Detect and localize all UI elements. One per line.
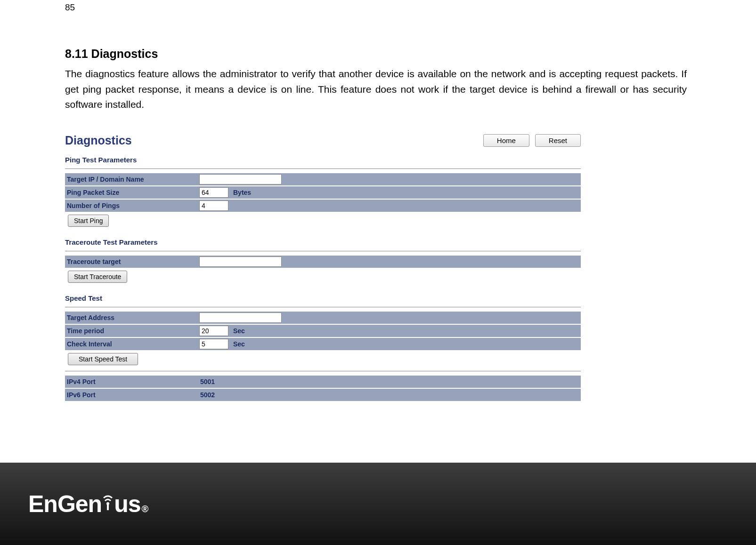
- speed-time-period-row: Time period Sec: [65, 324, 581, 337]
- diagnostics-panel: Diagnostics Home Reset Ping Test Paramet…: [65, 134, 581, 401]
- ipv6-port-label: IPv6 Port: [65, 391, 199, 399]
- ping-target-row: Target IP / Domain Name: [65, 172, 581, 185]
- speed-check-interval-label: Check Interval: [65, 340, 199, 348]
- ipv6-port-row: IPv6 Port 5002: [65, 388, 581, 401]
- speed-check-interval-input[interactable]: [199, 339, 228, 349]
- ipv4-port-row: IPv4 Port 5001: [65, 375, 581, 388]
- section-title: 8.11 Diagnostics: [65, 47, 687, 61]
- footer: EnGenus®: [0, 463, 756, 545]
- divider: [65, 371, 581, 372]
- speed-section-label: Speed Test: [65, 294, 581, 302]
- ping-packet-size-row: Ping Packet Size Bytes: [65, 185, 581, 199]
- wifi-icon: [101, 489, 115, 517]
- logo-registered: ®: [142, 504, 148, 514]
- speed-target-input[interactable]: [199, 313, 282, 323]
- ping-target-label: Target IP / Domain Name: [65, 176, 199, 183]
- svg-rect-1: [107, 505, 109, 510]
- ping-num-pings-input[interactable]: [199, 200, 228, 211]
- traceroute-section-label: Traceroute Test Parameters: [65, 238, 581, 246]
- start-traceroute-button[interactable]: Start Traceroute: [68, 271, 127, 283]
- panel-header: Diagnostics Home Reset: [65, 134, 581, 147]
- ping-section-label: Ping Test Parameters: [65, 156, 581, 164]
- traceroute-target-row: Traceroute target: [65, 255, 581, 268]
- divider: [65, 168, 581, 169]
- speed-check-interval-unit: Sec: [233, 340, 245, 348]
- panel-title: Diagnostics: [65, 134, 132, 147]
- traceroute-target-input[interactable]: [199, 256, 282, 267]
- ipv4-port-value: 5001: [199, 378, 215, 385]
- home-button[interactable]: Home: [483, 134, 529, 147]
- header-buttons: Home Reset: [483, 134, 581, 147]
- start-ping-button[interactable]: Start Ping: [68, 215, 109, 227]
- ipv4-port-label: IPv4 Port: [65, 378, 199, 385]
- ping-packet-size-unit: Bytes: [233, 189, 251, 196]
- speed-time-period-input[interactable]: [199, 326, 228, 336]
- speed-target-label: Target Address: [65, 314, 199, 321]
- logo-text-prefix: EnGen: [28, 490, 102, 518]
- divider: [65, 251, 581, 252]
- ping-packet-size-input[interactable]: [199, 187, 228, 198]
- page-number: 85: [65, 2, 75, 13]
- speed-time-period-label: Time period: [65, 327, 199, 335]
- reset-button[interactable]: Reset: [535, 134, 581, 147]
- ipv6-port-value: 5002: [199, 391, 215, 399]
- traceroute-target-label: Traceroute target: [65, 258, 199, 265]
- speed-time-period-unit: Sec: [233, 327, 245, 335]
- ping-num-pings-label: Number of Pings: [65, 202, 199, 209]
- speed-target-row: Target Address: [65, 311, 581, 324]
- start-speed-test-button[interactable]: Start Speed Test: [68, 353, 138, 365]
- ping-num-pings-row: Number of Pings: [65, 199, 581, 212]
- ping-target-input[interactable]: [199, 174, 282, 184]
- ping-packet-size-label: Ping Packet Size: [65, 189, 199, 196]
- section-description: The diagnostics feature allows the admin…: [65, 66, 687, 112]
- logo-text-suffix: us: [114, 490, 140, 518]
- main-content: 8.11 Diagnostics The diagnostics feature…: [65, 47, 687, 401]
- engenius-logo: EnGenus®: [28, 490, 148, 518]
- divider: [65, 307, 581, 308]
- speed-check-interval-row: Check Interval Sec: [65, 337, 581, 350]
